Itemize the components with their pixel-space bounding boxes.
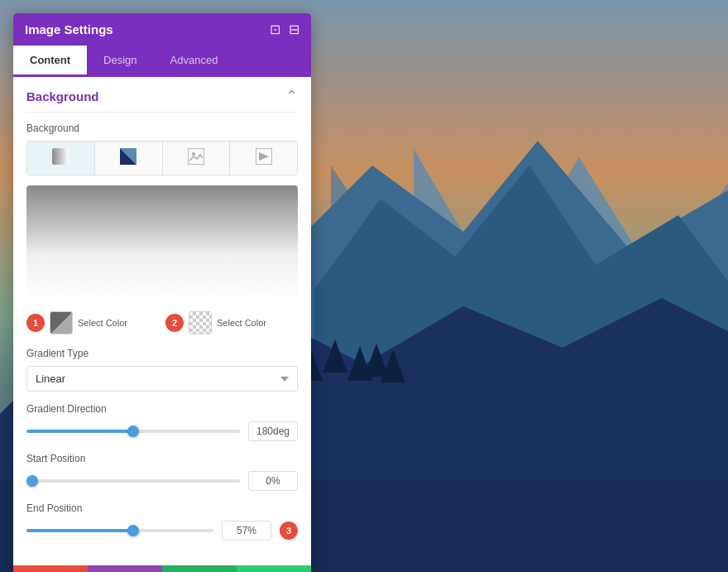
color-stop-2: 2 Select Color: [165, 311, 298, 334]
start-position-label: Start Position: [26, 453, 298, 464]
panel-header: Image Settings ⊡ ⊟: [13, 13, 311, 46]
color-swatch-1[interactable]: [50, 311, 73, 334]
gradient-type-icon[interactable]: [27, 142, 95, 175]
cancel-button[interactable]: ✕: [13, 565, 88, 572]
tab-design[interactable]: Design: [87, 46, 153, 77]
select-color-1-btn[interactable]: Select Color: [78, 318, 127, 328]
end-position-row: 3: [26, 521, 298, 541]
color-stop-1-badge: 1: [26, 314, 45, 332]
start-position-thumb[interactable]: [26, 475, 38, 487]
end-position-label: End Position: [26, 502, 298, 514]
end-position-value[interactable]: [222, 521, 271, 541]
end-position-track[interactable]: [26, 529, 213, 532]
select-color-2-btn[interactable]: Select Color: [217, 318, 266, 328]
gradient-type-select[interactable]: Linear Radial Conic: [26, 366, 298, 392]
end-position-field: End Position 3: [26, 502, 298, 541]
gradient-type-field: Gradient Type Linear Radial Conic: [26, 348, 298, 392]
background-field-label: Background: [26, 123, 298, 134]
panel-title: Image Settings: [25, 22, 113, 36]
color-stops-row: 1 Select Color 2 Select Color: [26, 311, 298, 334]
tabs: Content Design Advanced: [13, 46, 311, 77]
gradient-direction-field: Gradient Direction: [26, 403, 298, 441]
tab-content[interactable]: Content: [13, 46, 87, 77]
section-title: Background: [26, 89, 99, 103]
section-header: Background ⌃: [26, 77, 298, 113]
panel-body: Background ⌃ Background 1: [13, 77, 311, 565]
start-position-field: Start Position: [26, 453, 298, 491]
background-type-icons: [26, 141, 298, 175]
video-type-icon[interactable]: [230, 142, 297, 175]
solid-type-icon[interactable]: [95, 142, 163, 175]
start-position-value[interactable]: [248, 471, 298, 491]
color-stop-2-badge: 2: [165, 314, 184, 332]
bottom-toolbar: ✕ ↺ ↻ ✓: [13, 565, 311, 572]
gradient-type-label: Gradient Type: [26, 348, 298, 359]
expand-icon[interactable]: ⊡: [270, 22, 280, 37]
end-position-fill: [26, 529, 133, 532]
collapse-icon[interactable]: ⊟: [289, 22, 299, 37]
gradient-direction-thumb[interactable]: [127, 425, 139, 437]
undo-button[interactable]: ↺: [88, 565, 162, 572]
svg-rect-16: [52, 148, 69, 165]
gradient-direction-fill: [26, 430, 133, 433]
section-collapse-icon[interactable]: ⌃: [285, 87, 298, 105]
settings-panel: Image Settings ⊡ ⊟ Content Design Advanc…: [13, 13, 311, 572]
panel-header-icons: ⊡ ⊟: [270, 22, 299, 37]
start-position-slider-row: [26, 471, 298, 491]
redo-button[interactable]: ↻: [162, 565, 237, 572]
end-position-badge: 3: [280, 522, 298, 540]
gradient-preview: [26, 185, 298, 301]
tab-advanced[interactable]: Advanced: [154, 46, 235, 77]
gradient-direction-track[interactable]: [26, 430, 240, 433]
svg-point-20: [192, 152, 195, 156]
gradient-direction-label: Gradient Direction: [26, 403, 298, 415]
end-position-thumb[interactable]: [127, 525, 139, 536]
gradient-direction-slider-row: [26, 421, 298, 441]
color-swatch-2[interactable]: [189, 311, 212, 334]
color-stop-1: 1 Select Color: [26, 311, 159, 334]
image-type-icon[interactable]: [163, 142, 231, 175]
start-position-track[interactable]: [26, 479, 240, 483]
confirm-button[interactable]: ✓: [237, 565, 311, 572]
gradient-direction-value[interactable]: [248, 421, 298, 441]
